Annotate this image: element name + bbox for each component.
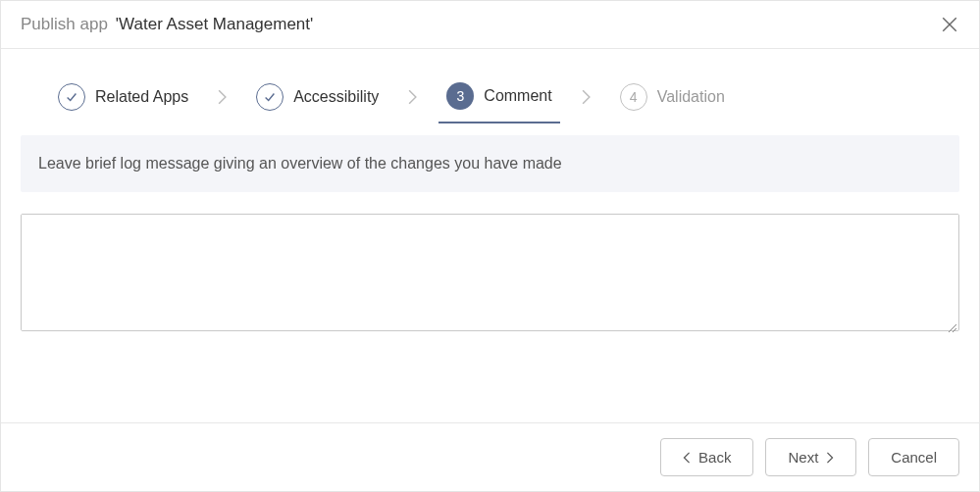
step-label: Validation [657, 88, 725, 106]
chevron-left-icon [683, 452, 691, 464]
check-icon [256, 83, 284, 111]
step-label: Accessibility [293, 88, 379, 106]
step-label: Comment [484, 87, 551, 105]
stepper: Related Apps Accessibility [21, 73, 959, 122]
comment-input[interactable] [22, 215, 958, 330]
check-icon [58, 83, 85, 111]
close-button[interactable] [940, 15, 959, 34]
modal-header: Publish app 'Water Asset Management' [1, 1, 979, 49]
step-related-apps[interactable]: Related Apps [50, 74, 196, 121]
chevron-right-icon [826, 452, 834, 464]
step-comment[interactable]: 3 Comment [438, 73, 559, 123]
modal-footer: Back Next Cancel [1, 422, 979, 491]
modal-content: Related Apps Accessibility [1, 49, 979, 422]
button-label: Back [698, 449, 731, 466]
close-icon [941, 16, 958, 33]
step-accessibility[interactable]: Accessibility [248, 74, 387, 121]
cancel-button[interactable]: Cancel [868, 438, 959, 476]
comment-field-wrap [21, 214, 959, 331]
header-title: Publish app [21, 15, 108, 34]
chevron-right-icon [408, 89, 417, 105]
back-button[interactable]: Back [660, 438, 753, 476]
button-label: Cancel [891, 449, 937, 466]
button-label: Next [788, 449, 818, 466]
step-validation: 4 Validation [612, 74, 733, 121]
publish-modal: Publish app 'Water Asset Management' Rel… [0, 0, 980, 492]
header-app-name: 'Water Asset Management' [116, 15, 313, 34]
instruction-text: Leave brief log message giving an overvi… [21, 135, 959, 192]
step-label: Related Apps [95, 88, 188, 106]
step-number: 3 [446, 82, 474, 110]
chevron-right-icon [582, 89, 591, 105]
chevron-right-icon [218, 89, 227, 105]
next-button[interactable]: Next [765, 438, 856, 476]
step-number: 4 [620, 83, 647, 111]
